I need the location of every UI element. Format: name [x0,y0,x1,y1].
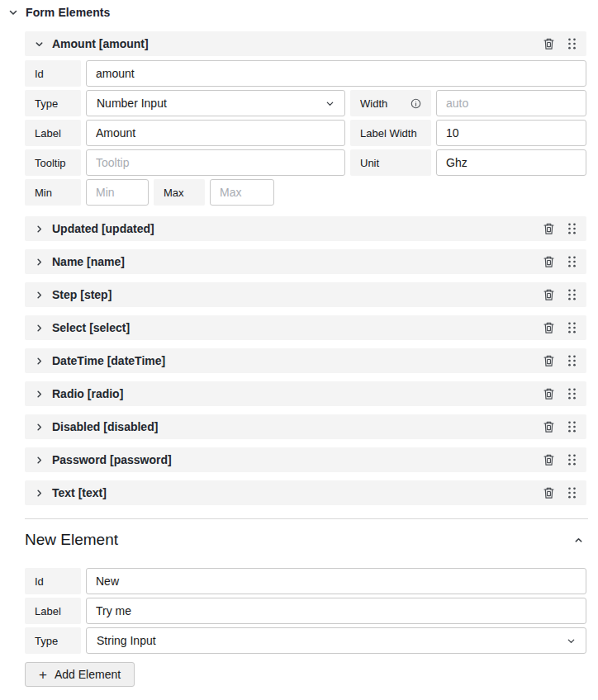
delete-icon[interactable] [542,37,555,50]
new-label-input[interactable] [86,598,586,624]
chevron-right-icon[interactable] [35,324,44,333]
element-row-amount[interactable]: Amount [amount] [25,31,586,56]
element-row[interactable]: Step [step] [25,282,586,307]
type-label: Type [25,90,81,116]
delete-icon[interactable] [542,387,555,400]
tooltip-input[interactable] [86,149,345,176]
new-label-label: Label [25,598,81,624]
element-title: Password [password] [52,453,172,466]
element-row[interactable]: Password [password] [25,447,586,472]
label-width-input[interactable] [436,120,586,146]
element-title: Radio [radio] [52,387,123,400]
new-element-form: Id Label Type String Input [25,568,586,654]
drag-handle-icon[interactable] [565,453,578,466]
min-label: Min [25,179,81,206]
id-label: Id [25,60,81,87]
form-elements-header: Form Elements [8,6,586,19]
delete-icon[interactable] [542,255,555,268]
element-title: Disabled [disabled] [52,420,158,433]
element-title: Select [select] [52,321,130,334]
new-type-label: Type [25,627,81,654]
chevron-down-icon[interactable] [35,40,44,49]
drag-handle-icon[interactable] [565,354,578,367]
unit-label: Unit [350,149,431,176]
chevron-right-icon[interactable] [35,456,44,465]
drag-handle-icon[interactable] [565,420,578,433]
max-input[interactable] [210,179,274,206]
element-row[interactable]: Select [select] [25,315,586,340]
amount-settings-form: Id Type Number Input Width [25,60,586,206]
type-select[interactable]: Number Input [86,90,345,116]
unit-input[interactable] [436,149,586,176]
chevron-up-icon[interactable] [574,536,583,545]
delete-icon[interactable] [542,288,555,301]
drag-handle-icon[interactable] [565,486,578,499]
drag-handle-icon[interactable] [565,387,578,400]
drag-handle-icon[interactable] [565,321,578,334]
delete-icon[interactable] [542,420,555,433]
section-divider [25,518,588,519]
section-title: Form Elements [26,6,110,19]
width-input[interactable] [436,90,586,116]
chevron-right-icon[interactable] [35,423,44,432]
plus-icon: + [39,668,47,682]
chevron-down-icon [325,99,335,108]
max-label: Max [154,179,205,206]
element-title: Name [name] [52,255,125,268]
new-type-select[interactable]: String Input [86,627,586,654]
element-title: Updated [updated] [52,222,154,235]
label-label: Label [25,120,81,146]
add-element-button-label: Add Element [55,668,121,681]
tooltip-label: Tooltip [25,149,81,176]
collapsed-elements-list: Updated [updated] Name [name] [25,216,586,505]
info-icon[interactable] [411,98,421,109]
add-element-button[interactable]: + Add Element [25,662,135,687]
new-id-input[interactable] [86,568,586,594]
chevron-right-icon[interactable] [35,390,44,399]
label-width-label: Label Width [350,120,431,146]
min-input[interactable] [86,179,149,206]
chevron-down-icon[interactable] [8,7,18,17]
element-row[interactable]: Updated [updated] [25,216,586,241]
new-type-select-value: String Input [97,634,156,647]
element-row[interactable]: Text [text] [25,480,586,505]
chevron-down-icon [567,636,576,646]
label-input[interactable] [86,120,345,146]
drag-handle-icon[interactable] [565,288,578,301]
delete-icon[interactable] [542,453,555,466]
delete-icon[interactable] [542,486,555,499]
drag-handle-icon[interactable] [565,37,578,50]
chevron-right-icon[interactable] [35,225,44,234]
element-row[interactable]: Disabled [disabled] [25,414,586,439]
element-row[interactable]: Radio [radio] [25,381,586,406]
new-element-title: New Element [25,531,118,549]
element-title: Amount [amount] [52,37,149,50]
chevron-right-icon[interactable] [35,291,44,300]
element-row[interactable]: DateTime [dateTime] [25,348,586,373]
new-id-label: Id [25,568,81,594]
form-builder-page: Form Elements Amount [amount] Id [0,0,598,687]
element-title: DateTime [dateTime] [52,354,165,367]
type-select-value: Number Input [97,97,167,110]
delete-icon[interactable] [542,354,555,367]
drag-handle-icon[interactable] [565,222,578,235]
chevron-right-icon[interactable] [35,357,44,366]
drag-handle-icon[interactable] [565,255,578,268]
id-input[interactable] [86,60,586,87]
chevron-right-icon[interactable] [35,489,44,498]
element-title: Step [step] [52,288,112,301]
element-title: Text [text] [52,486,107,499]
delete-icon[interactable] [542,321,555,334]
delete-icon[interactable] [542,222,555,235]
element-row[interactable]: Name [name] [25,249,586,274]
chevron-right-icon[interactable] [35,258,44,267]
new-element-header: New Element [25,531,586,549]
width-label: Width [350,90,431,116]
